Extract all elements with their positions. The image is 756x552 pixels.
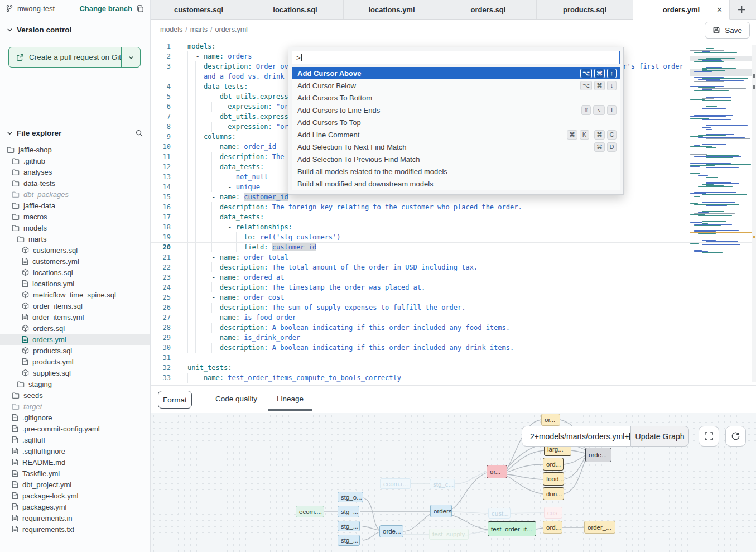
tree-item-readme-md[interactable]: README.md (0, 457, 150, 468)
lineage-node-test_supply[interactable]: test_supply... (429, 529, 469, 540)
tab-code-quality[interactable]: Code quality (215, 395, 257, 403)
lineage-node-stg_o[interactable]: stg_o... (338, 492, 363, 502)
lineage-node-food[interactable]: food... (543, 472, 564, 486)
tree-item-label: staging (28, 380, 52, 388)
tree-item-marts[interactable]: marts (0, 233, 150, 244)
editor-tab-orders-sql[interactable]: orders.sql (440, 0, 537, 19)
lineage-node-ord[interactable]: ord... (543, 458, 564, 471)
tree-item--pre-commit-config-yaml[interactable]: .pre-commit-config.yaml (0, 423, 150, 434)
tree-item--sqlfluffignore[interactable]: .sqlfluffignore (0, 445, 150, 457)
save-button[interactable]: Save (705, 22, 750, 39)
lineage-node-cust[interactable]: cust... (488, 508, 511, 519)
lineage-node-stg_[interactable]: stg_... (338, 535, 360, 546)
create-pr-dropdown[interactable] (122, 47, 140, 67)
version-control-header[interactable]: Version control (0, 26, 150, 34)
tree-item-order-items-sql[interactable]: order_items.sql (0, 300, 150, 311)
tree-item-orders-sql[interactable]: orders.sql (0, 323, 150, 334)
lineage-node-stg_[interactable]: stg_... (338, 506, 359, 517)
search-icon[interactable] (135, 129, 143, 137)
bottom-panel-header: Format Code quality Lineage (151, 385, 756, 413)
lineage-node-ord[interactable]: ord... (543, 521, 562, 534)
tree-item-data-tests[interactable]: data-tests (0, 177, 150, 189)
command-item-build-all-modified-and-downstream-models[interactable]: Build all modified and downstream models (292, 177, 620, 190)
tree-item-models[interactable]: models (0, 222, 150, 233)
create-pr-button[interactable]: Create a pull request on Git... (9, 47, 122, 67)
lineage-node-ecomr[interactable]: ecom.r... (380, 478, 411, 489)
fullscreen-button[interactable] (699, 426, 719, 447)
breadcrumb-file[interactable]: orders.yml (215, 26, 248, 33)
command-item-add-cursors-to-top[interactable]: Add Cursors To Top (292, 116, 620, 128)
tree-item-analyses[interactable]: analyses (0, 166, 150, 177)
line-number: 16 (151, 202, 179, 212)
command-item-add-selection-to-previous-find-match[interactable]: Add Selection To Previous Find Match (292, 153, 620, 165)
editor-tab-products-sql[interactable]: products.sql (537, 0, 633, 19)
tree-item-customers-sql[interactable]: customers.sql (0, 244, 150, 256)
tree-item-macros[interactable]: macros (0, 211, 150, 222)
command-item-add-cursor-above[interactable]: Add Cursor Above⌥⌘↑ (292, 67, 620, 79)
tree-item-dbt-project-yml[interactable]: dbt_project.yml (0, 479, 150, 490)
command-item-add-line-comment[interactable]: Add Line Comment⌘K⌘C (292, 128, 620, 141)
tree-item-jaffle-data[interactable]: jaffle-data (0, 200, 150, 211)
tree-item-jaffle-shop[interactable]: jaffle-shop (0, 144, 150, 155)
command-item-add-cursor-below[interactable]: Add Cursor Below⌥⌘↓ (292, 79, 620, 92)
lineage-selector-input[interactable]: 2+models/marts/orders.yml+ (522, 426, 631, 447)
lineage-node-orde[interactable]: orde... (585, 448, 611, 462)
refresh-button[interactable] (725, 426, 746, 447)
command-item-add-cursors-to-line-ends[interactable]: Add Cursors to Line Ends⇧⌥I (292, 104, 620, 116)
tree-item-orders-yml[interactable]: orders.yml (0, 334, 150, 345)
change-branch-link[interactable]: Change branch (79, 4, 132, 13)
close-tab-icon[interactable]: ✕ (716, 6, 723, 14)
tree-item-requirements-in[interactable]: requirements.in (0, 512, 150, 524)
command-item-build-all-models-related-to-the-modified-models[interactable]: Build all models related to the modified… (292, 165, 620, 177)
copy-icon[interactable] (136, 4, 145, 13)
format-button[interactable]: Format (158, 391, 192, 409)
tree-item-customers-yml[interactable]: customers.yml (0, 256, 150, 267)
editor-tab-locations-yml[interactable]: locations.yml (344, 0, 440, 19)
lineage-node-drin[interactable]: drin... (543, 487, 564, 500)
command-item-add-cursors-to-bottom[interactable]: Add Cursors To Bottom (292, 92, 620, 104)
editor-tab-customers-sql[interactable]: customers.sql (151, 0, 247, 19)
editor-tab-locations-sql[interactable]: locations.sql (247, 0, 344, 19)
tree-item-package-lock-yml[interactable]: package-lock.yml (0, 490, 150, 501)
breadcrumb-models[interactable]: models (160, 26, 182, 33)
breadcrumb-marts[interactable]: marts (190, 26, 208, 33)
tree-item-packages-yml[interactable]: packages.yml (0, 501, 150, 512)
minimap[interactable] (690, 45, 753, 252)
lineage-node-orders[interactable]: orders (430, 505, 452, 517)
model-icon (22, 291, 29, 299)
lineage-node-test_order_it[interactable]: test_order_it... (488, 521, 536, 536)
new-tab-button[interactable] (730, 0, 753, 19)
tree-item-locations-yml[interactable]: locations.yml (0, 278, 150, 289)
lineage-node-stg_[interactable]: stg_... (338, 521, 360, 531)
tab-lineage[interactable]: Lineage (277, 395, 304, 403)
tree-item-metricflow-time-spine-sql[interactable]: metricflow_time_spine.sql (0, 289, 150, 300)
tree-item-supplies-sql[interactable]: supplies.sql (0, 367, 150, 378)
tree-item-taskfile-yml[interactable]: Taskfile.yml (0, 468, 150, 479)
tree-item--gitignore[interactable]: .gitignore (0, 412, 150, 423)
editor-scrollbar[interactable] (752, 45, 756, 382)
lineage-node-cus[interactable]: cus... (544, 507, 562, 519)
tree-item--sqlfluff[interactable]: .sqlfluff (0, 434, 150, 445)
tree-item-products-sql[interactable]: products.sql (0, 345, 150, 356)
tree-item-target[interactable]: target (0, 401, 150, 412)
tree-item-locations-sql[interactable]: locations.sql (0, 267, 150, 278)
lineage-canvas[interactable]: ecom....stg_o...stg_...stg_...stg_...ord… (151, 413, 756, 552)
line-number: 7 (151, 112, 179, 122)
lineage-node-or[interactable]: or... (541, 414, 560, 426)
tree-item-dbt-packages[interactable]: dbt_packages (0, 189, 150, 200)
command-item-add-selection-to-next-find-match[interactable]: Add Selection To Next Find Match⌘D (292, 141, 620, 153)
tree-item-seeds[interactable]: seeds (0, 390, 150, 401)
tree-item-order-items-yml[interactable]: order_items.yml (0, 311, 150, 323)
lineage-node-ecom[interactable]: ecom.... (296, 506, 324, 517)
editor-tab-orders-yml[interactable]: orders.yml✕ (633, 0, 730, 20)
lineage-node-stg_c[interactable]: stg_c... (430, 479, 455, 489)
tree-item--github[interactable]: .github (0, 155, 150, 166)
tree-item-staging[interactable]: staging (0, 378, 150, 390)
lineage-node-orde[interactable]: orde... (379, 525, 403, 537)
lineage-node-or[interactable]: or... (487, 465, 507, 478)
tree-item-requirements-txt[interactable]: requirements.txt (0, 524, 150, 535)
tree-item-products-yml[interactable]: products.yml (0, 356, 150, 367)
update-graph-button[interactable]: Update Graph (631, 426, 689, 447)
command-palette-input[interactable]: > (292, 51, 620, 64)
lineage-node-order_[interactable]: order_... (584, 521, 615, 534)
